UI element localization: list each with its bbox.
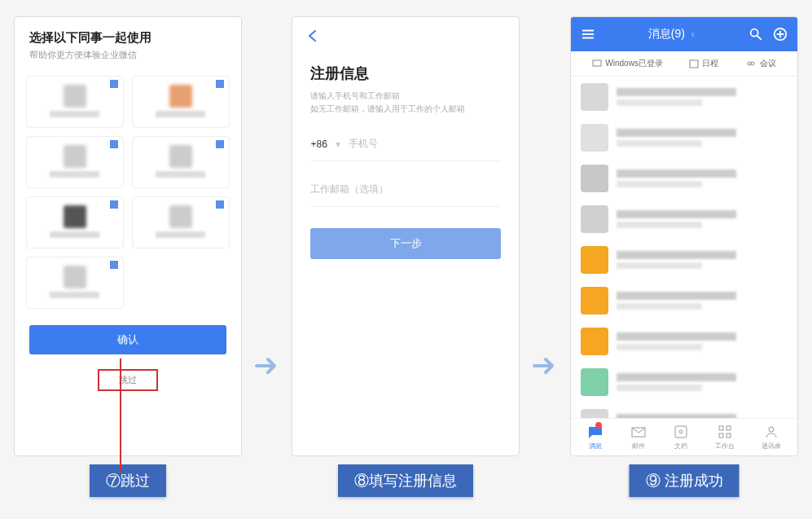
svg-rect-3 xyxy=(690,60,698,68)
message-item[interactable] xyxy=(571,280,797,321)
message-item[interactable] xyxy=(571,199,797,240)
tab-schedule[interactable]: 日程 xyxy=(689,58,718,69)
arrow-icon xyxy=(253,352,281,380)
avatar xyxy=(581,409,608,418)
message-item[interactable] xyxy=(571,158,797,199)
step-label-7: ⑦跳过 xyxy=(90,464,166,497)
tab-windows[interactable]: Windows已登录 xyxy=(592,58,663,69)
message-title xyxy=(617,292,736,300)
screen1-subtitle: 帮助你更方便体验企业微信 xyxy=(29,49,226,61)
message-item[interactable] xyxy=(571,117,797,158)
screen-messages: 消息(9) ♀ Windows已登录 日程 会议 xyxy=(570,16,798,456)
arrow-left-icon xyxy=(305,29,320,43)
message-title xyxy=(617,373,736,381)
monitor-icon xyxy=(592,59,602,68)
message-preview xyxy=(617,262,702,269)
search-icon[interactable] xyxy=(748,27,763,42)
menu-icon[interactable] xyxy=(581,27,595,42)
message-item[interactable] xyxy=(571,321,797,362)
step-label-8: ⑧填写注册信息 xyxy=(338,464,473,497)
grid-icon xyxy=(717,424,733,440)
confirm-button[interactable]: 确认 xyxy=(29,325,226,354)
calendar-icon xyxy=(689,59,699,68)
step-label-9: ⑨ 注册成功 xyxy=(630,464,740,497)
message-title xyxy=(617,210,736,218)
svg-rect-2 xyxy=(593,60,601,66)
svg-rect-5 xyxy=(675,426,687,438)
register-hint1: 请输入手机号和工作邮箱 xyxy=(310,90,501,103)
nav-mail[interactable]: 邮件 xyxy=(630,424,647,451)
plus-icon xyxy=(110,261,118,269)
colleague-card[interactable] xyxy=(132,136,230,188)
skip-button[interactable]: 跳过 xyxy=(98,369,158,391)
message-title xyxy=(617,251,736,259)
message-title xyxy=(617,332,736,341)
message-list[interactable] xyxy=(571,77,797,418)
colleague-card[interactable] xyxy=(26,76,124,128)
skip-area: 跳过 xyxy=(29,366,226,394)
quick-tabs: Windows已登录 日程 会议 xyxy=(571,51,797,77)
phone-prefix[interactable]: +86 xyxy=(310,139,327,150)
svg-rect-7 xyxy=(719,426,723,430)
message-preview xyxy=(617,222,702,228)
screen-select-colleagues: 选择以下同事一起使用 帮助你更方便体验企业微信 确认 跳过 xyxy=(14,16,242,456)
avatar xyxy=(581,124,608,152)
back-button[interactable] xyxy=(292,17,519,59)
email-input-row[interactable]: 工作邮箱（选填） xyxy=(310,173,501,207)
colleague-card[interactable] xyxy=(26,257,124,309)
nav-workspace[interactable]: 工作台 xyxy=(715,424,735,451)
avatar xyxy=(581,83,608,111)
message-preview xyxy=(617,303,702,310)
nav-contacts[interactable]: 通讯录 xyxy=(762,424,781,451)
colleague-card[interactable] xyxy=(132,196,230,249)
header-title: 消息(9) xyxy=(648,27,685,42)
screen-register-info: 注册信息 请输入手机号和工作邮箱 如无工作邮箱，请输入用于工作的个人邮箱 +86… xyxy=(292,16,520,456)
messages-header: 消息(9) ♀ xyxy=(571,17,797,51)
plus-icon xyxy=(110,80,118,88)
add-icon[interactable] xyxy=(773,27,788,42)
plus-icon xyxy=(216,80,224,88)
message-title xyxy=(617,88,736,96)
message-title xyxy=(617,129,736,137)
nav-doc[interactable]: 文档 xyxy=(673,424,689,451)
message-preview xyxy=(617,140,702,147)
bottom-nav: 消息 邮件 文档 工作台 通讯录 xyxy=(571,418,797,455)
register-title: 注册信息 xyxy=(310,64,501,83)
arrow-icon xyxy=(531,352,559,380)
screen1-header: 选择以下同事一起使用 帮助你更方便体验企业微信 xyxy=(15,17,241,68)
message-item[interactable] xyxy=(571,77,797,117)
avatar xyxy=(581,165,608,192)
colleague-card[interactable] xyxy=(26,136,124,188)
tab-meeting[interactable]: 会议 xyxy=(745,58,776,69)
message-title xyxy=(617,414,736,418)
email-placeholder: 工作邮箱（选填） xyxy=(310,183,501,196)
colleague-card[interactable] xyxy=(132,76,230,128)
callout-line xyxy=(120,358,121,473)
next-button[interactable]: 下一步 xyxy=(310,228,501,259)
phone-input-row[interactable]: +86 ▾ 手机号 xyxy=(310,127,501,161)
svg-point-6 xyxy=(679,430,683,433)
plus-icon xyxy=(110,200,118,209)
message-item[interactable] xyxy=(571,240,797,280)
message-preview xyxy=(617,181,702,187)
colleague-card[interactable] xyxy=(26,196,124,249)
avatar xyxy=(581,205,608,233)
message-title xyxy=(617,169,736,178)
svg-rect-8 xyxy=(726,426,731,430)
doc-icon xyxy=(673,424,689,440)
register-hint2: 如无工作邮箱，请输入用于工作的个人邮箱 xyxy=(310,103,501,116)
mute-icon: ♀ xyxy=(690,30,696,39)
screen1-title: 选择以下同事一起使用 xyxy=(29,30,226,46)
message-item[interactable] xyxy=(571,362,797,402)
avatar xyxy=(581,368,608,396)
meeting-icon xyxy=(745,59,757,68)
message-item[interactable] xyxy=(571,402,797,418)
svg-rect-9 xyxy=(719,433,723,438)
plus-icon xyxy=(216,200,224,209)
nav-messages[interactable]: 消息 xyxy=(587,424,604,451)
message-preview xyxy=(617,385,702,391)
phone-placeholder: 手机号 xyxy=(349,137,502,151)
svg-rect-10 xyxy=(726,433,731,438)
mail-icon xyxy=(630,424,647,440)
avatar xyxy=(581,287,608,314)
